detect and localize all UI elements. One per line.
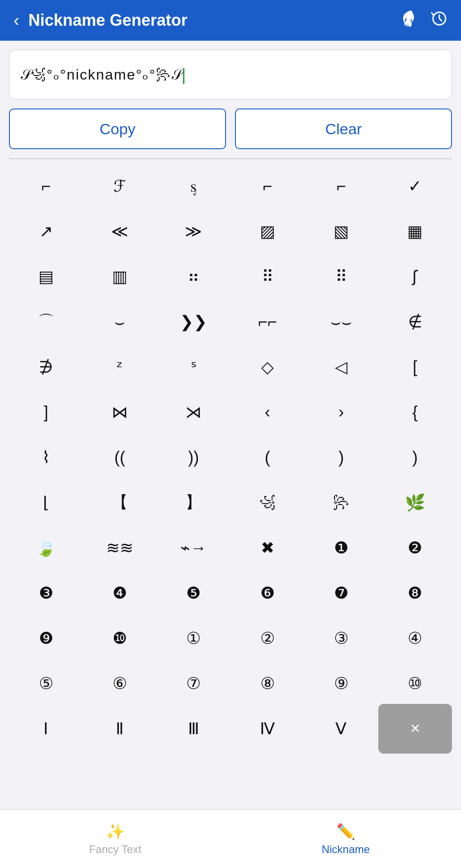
nickname-input-area[interactable]: 𝒮꧁°ₒ°nickname°ₒ°꧂𝒮: [9, 50, 452, 99]
symbol-cell[interactable]: ⑥: [83, 661, 156, 706]
symbol-cell[interactable]: ❼: [304, 571, 378, 616]
nickname-nav-icon: ✏️: [336, 822, 355, 840]
symbol-cell[interactable]: ≪: [83, 209, 156, 254]
symbol-cell[interactable]: Ⅴ: [304, 706, 378, 751]
symbol-cell[interactable]: ⑤: [9, 661, 83, 706]
symbol-cell[interactable]: ▦: [378, 209, 452, 254]
symbol-cell[interactable]: ∌: [9, 344, 83, 390]
symbol-cell[interactable]: ▨: [230, 209, 304, 254]
symbol-cell[interactable]: Ⅲ: [157, 706, 230, 751]
symbol-cell[interactable]: ⌐: [230, 164, 304, 209]
page-title: Nickname Generator: [28, 11, 394, 30]
symbol-cell[interactable]: ⠿: [304, 254, 378, 299]
copy-button[interactable]: Copy: [9, 108, 226, 149]
symbol-cell[interactable]: ⌐: [304, 164, 378, 209]
symbol-cell[interactable]: ❽: [378, 571, 452, 616]
nickname-label: Nickname: [322, 843, 370, 856]
symbol-cell[interactable]: ≫: [157, 209, 230, 254]
symbol-cell[interactable]: ): [378, 435, 452, 480]
symbol-cell[interactable]: ↗: [9, 209, 83, 254]
symbol-cell[interactable]: ‹: [230, 390, 304, 435]
symbol-cell[interactable]: ⑨: [304, 661, 378, 706]
symbol-cell[interactable]: ⋈: [83, 390, 156, 435]
symbol-cell[interactable]: ②: [230, 616, 304, 661]
symbol-cell[interactable]: ⌁→: [157, 525, 230, 571]
symbol-cell[interactable]: ⑧: [230, 661, 304, 706]
symbol-cell[interactable]: ❺: [157, 571, 230, 616]
symbol-cell[interactable]: ⌣⌣: [304, 299, 378, 344]
symbol-cell[interactable]: [: [378, 344, 452, 390]
symbol-cell[interactable]: Ⅰ: [9, 706, 83, 751]
symbol-cell[interactable]: ⌒: [9, 299, 83, 344]
symbol-cell[interactable]: ): [304, 435, 378, 480]
symbol-cell[interactable]: ]: [9, 390, 83, 435]
symbol-cell[interactable]: )): [157, 435, 230, 480]
action-buttons: Copy Clear: [9, 108, 452, 158]
app-header: ‹ Nickname Generator: [0, 0, 461, 41]
symbol-cell[interactable]: ④: [378, 616, 452, 661]
symbol-cell[interactable]: ˢ: [157, 344, 230, 390]
symbol-cell[interactable]: ⑩: [378, 661, 452, 706]
symbol-cell[interactable]: ◁: [304, 344, 378, 390]
nav-fancy-text[interactable]: ✨ Fancy Text: [0, 810, 230, 868]
symbol-cell[interactable]: ꧁: [230, 480, 304, 525]
symbol-grid: ⌐ℱᶊ⌐⌐✓↗≪≫▨▧▦▤▥⠶⠿⠿ʃ⌒⌣❯❯⌐⌐⌣⌣∉∌ᶻˢ◇◁[]⋈⋊‹›{⌇…: [0, 159, 461, 756]
symbol-cell[interactable]: ᶊ: [157, 164, 230, 209]
symbol-cell[interactable]: ᶻ: [83, 344, 156, 390]
symbol-cell[interactable]: ⠶: [157, 254, 230, 299]
symbol-cell[interactable]: (: [230, 435, 304, 480]
symbol-cell[interactable]: Ⅱ: [83, 706, 156, 751]
delete-badge[interactable]: ✕: [378, 704, 452, 754]
back-button[interactable]: ‹: [14, 12, 19, 29]
symbol-cell[interactable]: ꧂: [304, 480, 378, 525]
symbol-cell[interactable]: ◇: [230, 344, 304, 390]
symbol-cell[interactable]: ⑦: [157, 661, 230, 706]
symbol-cell[interactable]: ((: [83, 435, 156, 480]
symbol-cell[interactable]: Ⅳ: [230, 706, 304, 751]
symbol-cell[interactable]: 】: [157, 480, 230, 525]
symbol-cell[interactable]: ⌐: [9, 164, 83, 209]
symbol-cell[interactable]: ❯❯: [157, 299, 230, 344]
symbol-cell[interactable]: ❹: [83, 571, 156, 616]
fancy-text-icon: ✨: [106, 822, 125, 840]
history-icon[interactable]: [430, 9, 447, 32]
bottom-navigation: ✨ Fancy Text ✏️ Nickname: [0, 809, 461, 868]
symbol-cell[interactable]: ❻: [230, 571, 304, 616]
symbol-cell[interactable]: ③: [304, 616, 378, 661]
symbol-cell[interactable]: ❿: [83, 616, 156, 661]
text-cursor: [183, 68, 184, 84]
symbol-cell[interactable]: ∉: [378, 299, 452, 344]
symbol-cell[interactable]: ʃ: [378, 254, 452, 299]
symbol-cell[interactable]: ⌐⌐: [230, 299, 304, 344]
symbol-cell[interactable]: ❾: [9, 616, 83, 661]
symbol-cell[interactable]: ≋≋: [83, 525, 156, 571]
symbol-cell[interactable]: ❶: [304, 525, 378, 571]
symbol-cell[interactable]: ▧: [304, 209, 378, 254]
symbol-cell[interactable]: ❷: [378, 525, 452, 571]
symbol-cell[interactable]: ⠿: [230, 254, 304, 299]
symbol-cell[interactable]: {: [378, 390, 452, 435]
symbol-cell[interactable]: ✖: [230, 525, 304, 571]
symbol-cell[interactable]: ⌊: [9, 480, 83, 525]
symbol-cell[interactable]: ⋊: [157, 390, 230, 435]
nickname-text: 𝒮꧁°ₒ°nickname°ₒ°꧂𝒮: [20, 64, 184, 85]
symbol-cell[interactable]: ①: [157, 616, 230, 661]
symbol-cell[interactable]: ⌣: [83, 299, 156, 344]
fancy-text-label: Fancy Text: [89, 843, 141, 856]
fire-icon[interactable]: [403, 9, 419, 32]
symbol-cell[interactable]: 🍃: [9, 525, 83, 571]
symbol-cell[interactable]: ›: [304, 390, 378, 435]
symbol-cell[interactable]: ❸: [9, 571, 83, 616]
nav-nickname[interactable]: ✏️ Nickname: [230, 810, 461, 868]
symbol-cell[interactable]: 🌿: [378, 480, 452, 525]
symbol-cell[interactable]: ⌇: [9, 435, 83, 480]
symbol-cell[interactable]: ▤: [9, 254, 83, 299]
clear-button[interactable]: Clear: [235, 108, 452, 149]
header-icon-group: [403, 9, 447, 32]
symbol-cell[interactable]: ▥: [83, 254, 156, 299]
symbol-cell[interactable]: ✓: [378, 164, 452, 209]
symbol-cell[interactable]: 【: [83, 480, 156, 525]
symbol-cell[interactable]: ℱ: [83, 164, 156, 209]
